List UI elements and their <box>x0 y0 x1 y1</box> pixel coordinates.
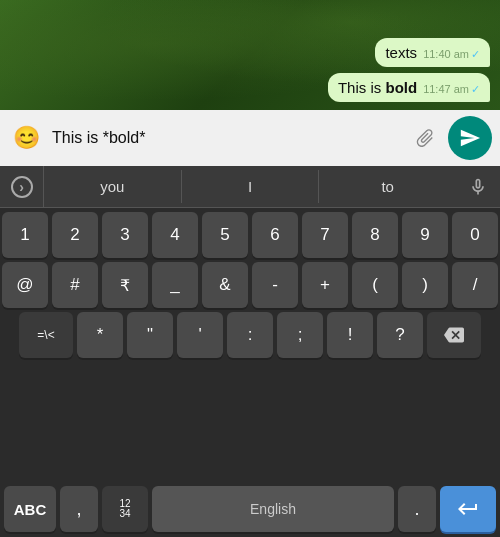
message-text-1: texts <box>385 44 417 61</box>
message-time-2: 11:47 am ✓ <box>423 83 480 96</box>
message-text-2: This is bold <box>338 79 417 96</box>
message-input[interactable] <box>52 129 402 147</box>
suggestion-you[interactable]: you <box>44 170 182 203</box>
comma-key[interactable]: , <box>60 486 98 532</box>
message-time-1: 11:40 am ✓ <box>423 48 480 61</box>
key-minus[interactable]: - <box>252 262 298 308</box>
key-lparen[interactable]: ( <box>352 262 398 308</box>
suggestion-expand-button[interactable]: › <box>0 166 44 208</box>
key-hash[interactable]: # <box>52 262 98 308</box>
key-exclaim[interactable]: ! <box>327 312 373 358</box>
key-ampersand[interactable]: & <box>202 262 248 308</box>
key-rparen[interactable]: ) <box>402 262 448 308</box>
message-bubble-1: texts 11:40 am ✓ <box>375 38 490 67</box>
key-2[interactable]: 2 <box>52 212 98 258</box>
key-semicolon[interactable]: ; <box>277 312 323 358</box>
key-underscore[interactable]: _ <box>152 262 198 308</box>
suggestions-row: › you I to <box>0 166 500 208</box>
key-0[interactable]: 0 <box>452 212 498 258</box>
key-3[interactable]: 3 <box>102 212 148 258</box>
check-icon-1: ✓ <box>471 48 480 61</box>
input-bar: 😊 <box>0 110 500 166</box>
message-bubble-2: This is bold 11:47 am ✓ <box>328 73 490 102</box>
mic-button[interactable] <box>456 166 500 208</box>
key-5[interactable]: 5 <box>202 212 248 258</box>
key-squote[interactable]: ' <box>177 312 223 358</box>
key-1[interactable]: 1 <box>2 212 48 258</box>
abc-key[interactable]: ABC <box>4 486 56 532</box>
suggestion-i[interactable]: I <box>182 170 320 203</box>
bottom-row: ABC , 12 34 English . <box>0 485 500 537</box>
key-slash[interactable]: / <box>452 262 498 308</box>
number-row: 1 2 3 4 5 6 7 8 9 0 <box>2 212 498 258</box>
numbers-bottom: 34 <box>119 509 130 519</box>
symbol-row-2: =\< * " ' : ; ! ? <box>2 312 498 358</box>
key-rupee[interactable]: ₹ <box>102 262 148 308</box>
key-special-chars[interactable]: =\< <box>19 312 73 358</box>
emoji-button[interactable]: 😊 <box>8 120 44 156</box>
key-7[interactable]: 7 <box>302 212 348 258</box>
send-button[interactable] <box>448 116 492 160</box>
keyboard: › you I to 1 2 3 4 5 6 7 8 9 0 <box>0 166 500 537</box>
key-asterisk[interactable]: * <box>77 312 123 358</box>
key-dquote[interactable]: " <box>127 312 173 358</box>
check-icon-2: ✓ <box>471 83 480 96</box>
suggestion-to[interactable]: to <box>319 170 456 203</box>
key-at[interactable]: @ <box>2 262 48 308</box>
enter-key[interactable] <box>440 486 496 532</box>
spacebar[interactable]: English <box>152 486 394 532</box>
key-8[interactable]: 8 <box>352 212 398 258</box>
key-4[interactable]: 4 <box>152 212 198 258</box>
key-plus[interactable]: + <box>302 262 348 308</box>
attach-button[interactable] <box>404 117 446 159</box>
symbol-row-1: @ # ₹ _ & - + ( ) / <box>2 262 498 308</box>
key-backspace[interactable] <box>427 312 481 358</box>
chat-area: texts 11:40 am ✓ This is bold 11:47 am ✓ <box>0 0 500 110</box>
key-9[interactable]: 9 <box>402 212 448 258</box>
key-colon[interactable]: : <box>227 312 273 358</box>
key-question[interactable]: ? <box>377 312 423 358</box>
suggestion-items: you I to <box>44 170 456 203</box>
key-6[interactable]: 6 <box>252 212 298 258</box>
period-key[interactable]: . <box>398 486 436 532</box>
key-rows: 1 2 3 4 5 6 7 8 9 0 @ # ₹ _ & - + ( ) / … <box>0 208 500 485</box>
numbers-layout-key[interactable]: 12 34 <box>102 486 148 532</box>
